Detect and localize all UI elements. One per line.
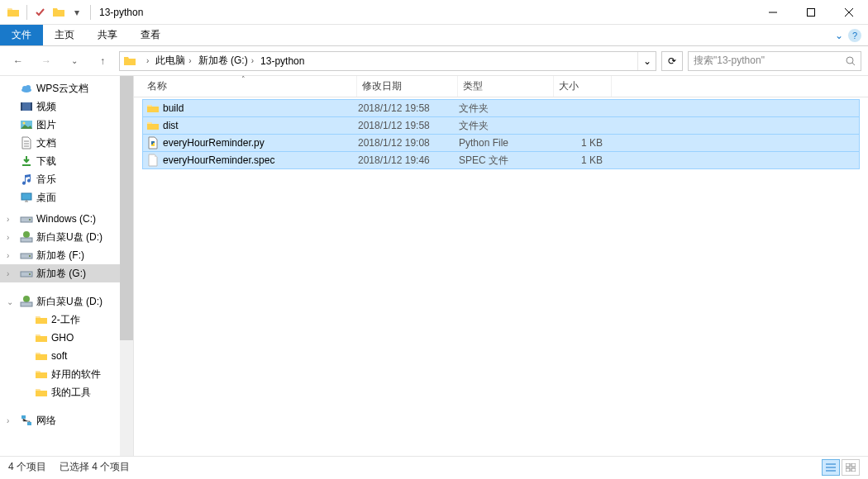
usb-icon	[20, 230, 33, 244]
ribbon-tabs: 文件 主页 共享 查看 ⌄ ?	[0, 25, 868, 46]
tree-item-label: 2-工作	[51, 313, 80, 327]
file-type: SPEC 文件	[459, 154, 555, 168]
file-size: 1 KB	[555, 137, 606, 149]
tree-item-label: 视频	[36, 100, 56, 114]
breadcrumb-label: 13-python	[260, 55, 304, 67]
tree-item-label: 音乐	[36, 173, 56, 187]
tree-item-label: WPS云文档	[36, 82, 88, 96]
file-row[interactable]: build2018/1/12 19:58文件夹	[142, 99, 860, 117]
maximize-button[interactable]	[792, 0, 830, 25]
file-row[interactable]: everyHourReminder.spec2018/1/12 19:46SPE…	[142, 151, 860, 169]
file-name: build	[161, 102, 358, 114]
qat-dropdown-icon[interactable]: ▾	[69, 4, 85, 21]
svg-rect-24	[851, 463, 856, 467]
address-bar[interactable]: › 此电脑› 新加卷 (G:)› 13-python ⌄	[119, 51, 656, 71]
column-header-name[interactable]: 名称	[142, 76, 357, 97]
column-headers: ˄ 名称 修改日期 类型 大小	[134, 76, 868, 97]
up-button[interactable]: ↑	[91, 51, 114, 71]
folder-icon	[35, 386, 48, 399]
folder-icon	[35, 349, 48, 363]
scrollbar[interactable]	[120, 76, 133, 456]
forward-button[interactable]: →	[35, 51, 58, 71]
folder-icon	[145, 102, 161, 115]
view-large-icons-button[interactable]	[842, 459, 860, 476]
tree-item[interactable]: 文档	[0, 134, 121, 152]
expand-icon[interactable]: ›	[7, 215, 17, 224]
column-header-type[interactable]: 类型	[458, 76, 554, 97]
tree-item[interactable]: 下载	[0, 152, 121, 170]
file-type: 文件夹	[459, 119, 555, 133]
tree-item[interactable]: ›Windows (C:)	[0, 210, 121, 228]
tab-file[interactable]: 文件	[0, 25, 43, 45]
breadcrumb-label: 此电脑	[155, 54, 185, 68]
folder-icon[interactable]	[50, 4, 67, 21]
search-input[interactable]: 搜索"13-python"	[688, 51, 861, 71]
file-type: 文件夹	[459, 102, 555, 116]
minimize-button[interactable]	[754, 0, 792, 25]
svg-point-19	[23, 296, 30, 302]
breadcrumb[interactable]: 13-python	[257, 52, 308, 70]
expand-icon[interactable]: ›	[7, 233, 17, 242]
tab-view[interactable]: 查看	[129, 25, 172, 45]
picture-icon	[20, 118, 33, 131]
tree-item[interactable]: 好用的软件	[0, 365, 121, 383]
close-button[interactable]	[830, 0, 868, 25]
file-type: Python File	[459, 137, 555, 149]
file-row[interactable]: everyHourReminder.py2018/1/12 19:08Pytho…	[142, 134, 860, 152]
tree-item[interactable]: 桌面	[0, 188, 121, 206]
tree-item[interactable]: ›新加卷 (G:)	[0, 264, 121, 282]
file-name: everyHourReminder.py	[161, 137, 358, 149]
scrollbar-thumb[interactable]	[120, 76, 133, 340]
tree-item[interactable]: 图片	[0, 116, 121, 134]
help-icon[interactable]: ?	[848, 29, 861, 42]
tree-item[interactable]: WPS云文档	[0, 79, 121, 97]
tree-item[interactable]: 视频	[0, 97, 121, 116]
chevron-down-icon[interactable]: ⌄	[835, 30, 843, 41]
breadcrumb[interactable]: 此电脑›	[152, 52, 194, 70]
tab-home[interactable]: 主页	[43, 25, 86, 45]
expand-icon[interactable]: ›	[7, 416, 17, 425]
svg-rect-26	[851, 468, 856, 472]
file-date: 2018/1/12 19:58	[358, 120, 459, 131]
desktop-icon	[20, 191, 33, 204]
column-header-size[interactable]: 大小	[554, 76, 612, 97]
status-bar: 4 个项目 已选择 4 个项目	[0, 456, 868, 477]
tab-share[interactable]: 共享	[86, 25, 129, 45]
svg-rect-6	[21, 102, 22, 111]
svg-rect-20	[21, 302, 32, 306]
separator	[26, 5, 27, 20]
drive-icon	[20, 249, 33, 262]
usb-icon	[20, 295, 33, 308]
search-icon	[846, 56, 856, 66]
tree-item[interactable]: GHO	[0, 329, 121, 347]
svg-rect-7	[31, 102, 32, 111]
breadcrumb[interactable]: 新加卷 (G:)›	[195, 52, 257, 70]
tree-item[interactable]: ›网络	[0, 411, 121, 429]
tree-item[interactable]: 音乐	[0, 170, 121, 188]
folder-icon	[120, 52, 140, 70]
recent-button[interactable]: ⌄	[63, 51, 86, 71]
breadcrumb-label: 新加卷 (G:)	[198, 54, 248, 68]
back-button[interactable]: ←	[7, 51, 30, 71]
view-details-button[interactable]	[822, 459, 840, 476]
tree-item[interactable]: 我的工具	[0, 383, 121, 401]
expand-icon[interactable]: ›	[7, 251, 17, 260]
tree-item[interactable]: 2-工作	[0, 311, 121, 329]
status-selection: 已选择 4 个项目	[60, 460, 130, 474]
history-dropdown[interactable]: ⌄	[637, 52, 656, 70]
svg-rect-22	[27, 422, 31, 425]
tree-item[interactable]: ⌄新白菜U盘 (D:)	[0, 292, 121, 311]
tree-item[interactable]: soft	[0, 347, 121, 365]
breadcrumb-chevron[interactable]: ›	[140, 52, 152, 70]
refresh-button[interactable]: ⟳	[661, 51, 683, 71]
expand-icon[interactable]: ⌄	[7, 297, 17, 306]
tree-item[interactable]: ›新加卷 (F:)	[0, 246, 121, 264]
svg-point-12	[29, 219, 31, 221]
folder-icon	[145, 119, 161, 132]
folder-icon	[35, 368, 48, 381]
qat-properties-icon[interactable]	[32, 4, 49, 21]
expand-icon[interactable]: ›	[7, 269, 17, 278]
file-row[interactable]: dist2018/1/12 19:58文件夹	[142, 116, 860, 135]
column-header-date[interactable]: 修改日期	[357, 76, 458, 97]
tree-item[interactable]: ›新白菜U盘 (D:)	[0, 228, 121, 246]
